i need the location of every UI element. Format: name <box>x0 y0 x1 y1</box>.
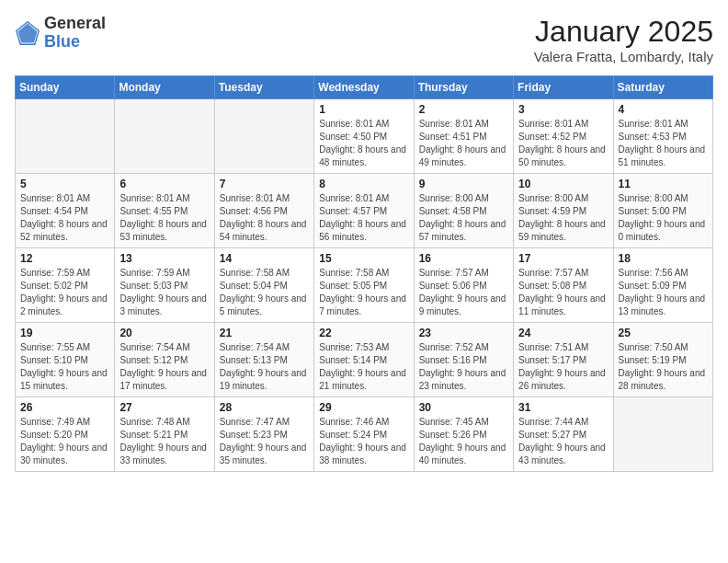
weekday-header-monday: Monday <box>115 76 214 99</box>
day-number: 19 <box>20 327 109 339</box>
svg-marker-0 <box>18 23 38 42</box>
day-number: 27 <box>119 401 209 414</box>
calendar-cell: 30 Sunrise: 7:45 AM Sunset: 5:26 PM Dayl… <box>414 397 513 472</box>
calendar-cell: 3 Sunrise: 8:01 AM Sunset: 4:52 PM Dayli… <box>514 99 613 174</box>
calendar-cell: 25 Sunrise: 7:50 AM Sunset: 5:19 PM Dayl… <box>613 323 712 397</box>
day-number: 1 <box>319 103 408 116</box>
day-info: Sunrise: 7:54 AM Sunset: 5:12 PM Dayligh… <box>119 341 209 393</box>
day-info: Sunrise: 8:00 AM Sunset: 4:59 PM Dayligh… <box>518 192 608 244</box>
page-header: General Blue January 2025 Valera Fratta,… <box>15 15 713 64</box>
month-title: January 2025 <box>534 15 713 49</box>
calendar-cell: 31 Sunrise: 7:44 AM Sunset: 5:27 PM Dayl… <box>514 397 613 472</box>
day-number: 31 <box>518 401 608 414</box>
weekday-header-friday: Friday <box>514 76 613 99</box>
calendar-cell: 13 Sunrise: 7:59 AM Sunset: 5:03 PM Dayl… <box>115 248 214 323</box>
day-info: Sunrise: 7:59 AM Sunset: 5:03 PM Dayligh… <box>119 267 209 318</box>
day-info: Sunrise: 8:01 AM Sunset: 4:56 PM Dayligh… <box>220 192 309 244</box>
calendar-cell: 8 Sunrise: 8:01 AM Sunset: 4:57 PM Dayli… <box>314 174 414 248</box>
calendar-cell: 15 Sunrise: 7:58 AM Sunset: 5:05 PM Dayl… <box>314 248 414 323</box>
calendar-week-2: 5 Sunrise: 8:01 AM Sunset: 4:54 PM Dayli… <box>16 174 713 248</box>
calendar-cell: 7 Sunrise: 8:01 AM Sunset: 4:56 PM Dayli… <box>214 174 313 248</box>
day-number: 2 <box>419 103 508 116</box>
calendar-cell: 19 Sunrise: 7:55 AM Sunset: 5:10 PM Dayl… <box>16 323 115 397</box>
calendar-cell: 4 Sunrise: 8:01 AM Sunset: 4:53 PM Dayli… <box>613 99 712 174</box>
calendar-cell: 2 Sunrise: 8:01 AM Sunset: 4:51 PM Dayli… <box>414 99 513 174</box>
calendar-cell: 16 Sunrise: 7:57 AM Sunset: 5:06 PM Dayl… <box>414 248 513 323</box>
weekday-header-saturday: Saturday <box>613 76 712 99</box>
day-number: 14 <box>220 252 309 265</box>
weekday-header-tuesday: Tuesday <box>214 76 313 99</box>
calendar-cell <box>613 397 712 472</box>
day-number: 15 <box>319 252 408 265</box>
calendar-cell: 12 Sunrise: 7:59 AM Sunset: 5:02 PM Dayl… <box>16 248 115 323</box>
day-info: Sunrise: 7:58 AM Sunset: 5:05 PM Dayligh… <box>319 267 408 318</box>
day-number: 9 <box>419 178 508 190</box>
day-info: Sunrise: 8:01 AM Sunset: 4:52 PM Dayligh… <box>518 118 608 169</box>
day-info: Sunrise: 7:52 AM Sunset: 5:16 PM Dayligh… <box>419 341 508 393</box>
day-info: Sunrise: 8:01 AM Sunset: 4:51 PM Dayligh… <box>419 118 508 169</box>
day-info: Sunrise: 8:01 AM Sunset: 4:53 PM Dayligh… <box>619 118 708 169</box>
calendar-cell <box>214 99 313 174</box>
day-number: 18 <box>619 252 708 265</box>
calendar-cell: 21 Sunrise: 7:54 AM Sunset: 5:13 PM Dayl… <box>214 323 313 397</box>
calendar-cell: 11 Sunrise: 8:00 AM Sunset: 5:00 PM Dayl… <box>613 174 712 248</box>
day-number: 5 <box>20 178 109 190</box>
calendar-cell: 29 Sunrise: 7:46 AM Sunset: 5:24 PM Dayl… <box>314 397 414 472</box>
day-info: Sunrise: 8:00 AM Sunset: 5:00 PM Dayligh… <box>619 192 708 244</box>
calendar-cell: 26 Sunrise: 7:49 AM Sunset: 5:20 PM Dayl… <box>16 397 115 472</box>
day-number: 11 <box>619 178 708 190</box>
day-info: Sunrise: 7:56 AM Sunset: 5:09 PM Dayligh… <box>619 267 708 318</box>
day-number: 23 <box>419 327 508 339</box>
day-number: 7 <box>220 178 309 190</box>
day-number: 8 <box>319 178 408 190</box>
weekday-header-thursday: Thursday <box>414 76 513 99</box>
calendar-cell: 1 Sunrise: 8:01 AM Sunset: 4:50 PM Dayli… <box>314 99 414 174</box>
day-number: 13 <box>119 252 209 265</box>
day-number: 4 <box>619 103 708 116</box>
logo: General Blue <box>15 15 106 52</box>
calendar-cell: 23 Sunrise: 7:52 AM Sunset: 5:16 PM Dayl… <box>414 323 513 397</box>
logo-blue-text: Blue <box>44 33 106 52</box>
day-info: Sunrise: 7:49 AM Sunset: 5:20 PM Dayligh… <box>20 416 109 467</box>
calendar-cell: 5 Sunrise: 8:01 AM Sunset: 4:54 PM Dayli… <box>16 174 115 248</box>
calendar-week-3: 12 Sunrise: 7:59 AM Sunset: 5:02 PM Dayl… <box>16 248 713 323</box>
day-info: Sunrise: 7:57 AM Sunset: 5:08 PM Dayligh… <box>518 267 608 318</box>
day-number: 22 <box>319 327 408 339</box>
day-info: Sunrise: 7:46 AM Sunset: 5:24 PM Dayligh… <box>319 416 408 467</box>
day-info: Sunrise: 7:44 AM Sunset: 5:27 PM Dayligh… <box>518 416 608 467</box>
day-info: Sunrise: 8:01 AM Sunset: 4:50 PM Dayligh… <box>319 118 408 169</box>
calendar-cell: 14 Sunrise: 7:58 AM Sunset: 5:04 PM Dayl… <box>214 248 313 323</box>
calendar-cell <box>115 99 214 174</box>
day-number: 12 <box>20 252 109 265</box>
logo-text: General Blue <box>44 15 106 52</box>
title-block: January 2025 Valera Fratta, Lombardy, It… <box>534 15 713 64</box>
logo-icon <box>15 20 40 46</box>
calendar-cell: 28 Sunrise: 7:47 AM Sunset: 5:23 PM Dayl… <box>214 397 313 472</box>
calendar-week-4: 19 Sunrise: 7:55 AM Sunset: 5:10 PM Dayl… <box>16 323 713 397</box>
day-info: Sunrise: 7:51 AM Sunset: 5:17 PM Dayligh… <box>518 341 608 393</box>
day-info: Sunrise: 7:53 AM Sunset: 5:14 PM Dayligh… <box>319 341 408 393</box>
calendar-cell: 27 Sunrise: 7:48 AM Sunset: 5:21 PM Dayl… <box>115 397 214 472</box>
day-number: 16 <box>419 252 508 265</box>
day-number: 3 <box>518 103 608 116</box>
day-number: 21 <box>220 327 309 339</box>
calendar-week-5: 26 Sunrise: 7:49 AM Sunset: 5:20 PM Dayl… <box>16 397 713 472</box>
day-info: Sunrise: 7:45 AM Sunset: 5:26 PM Dayligh… <box>419 416 508 467</box>
day-number: 20 <box>119 327 209 339</box>
day-info: Sunrise: 8:01 AM Sunset: 4:54 PM Dayligh… <box>20 192 109 244</box>
calendar-cell: 9 Sunrise: 8:00 AM Sunset: 4:58 PM Dayli… <box>414 174 513 248</box>
calendar-cell: 18 Sunrise: 7:56 AM Sunset: 5:09 PM Dayl… <box>613 248 712 323</box>
day-info: Sunrise: 7:47 AM Sunset: 5:23 PM Dayligh… <box>220 416 309 467</box>
day-number: 26 <box>20 401 109 414</box>
location-title: Valera Fratta, Lombardy, Italy <box>534 49 713 64</box>
calendar-table: SundayMondayTuesdayWednesdayThursdayFrid… <box>15 75 713 472</box>
weekday-header-row: SundayMondayTuesdayWednesdayThursdayFrid… <box>16 76 713 99</box>
logo-general-text: General <box>44 15 106 33</box>
day-info: Sunrise: 7:48 AM Sunset: 5:21 PM Dayligh… <box>119 416 209 467</box>
day-info: Sunrise: 7:54 AM Sunset: 5:13 PM Dayligh… <box>220 341 309 393</box>
day-number: 30 <box>419 401 508 414</box>
day-info: Sunrise: 7:50 AM Sunset: 5:19 PM Dayligh… <box>619 341 708 393</box>
calendar-cell: 6 Sunrise: 8:01 AM Sunset: 4:55 PM Dayli… <box>115 174 214 248</box>
day-number: 29 <box>319 401 408 414</box>
weekday-header-sunday: Sunday <box>16 76 115 99</box>
